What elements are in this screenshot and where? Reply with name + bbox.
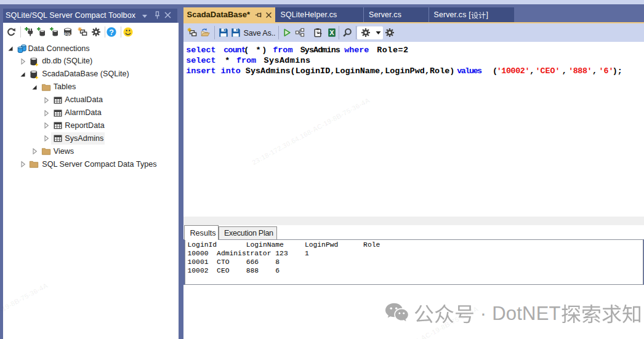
sql-token: 'CEO' [535, 66, 560, 76]
toolbar-separator [105, 26, 105, 38]
tab-server-cs-[interactable]: Server.cs [] [429, 7, 515, 22]
panel-below-results [183, 285, 644, 339]
results-splitter-strip[interactable] [183, 217, 644, 225]
tree-item-label: AlarmData [65, 108, 102, 117]
grid-cell: 6 [275, 266, 280, 275]
options-icon[interactable] [385, 28, 395, 38]
svg-text:X: X [329, 29, 334, 36]
tree-item-sql-server-compact-data-types[interactable]: SQL Server Compact Data Types [3, 158, 179, 171]
tree-item-sysadmins[interactable]: SysAdmins [3, 132, 179, 145]
new-query-icon[interactable] [187, 28, 197, 38]
sql-token: ); [613, 66, 622, 76]
add-database-icon[interactable] [36, 27, 46, 37]
expanded-arrow-icon[interactable] [31, 84, 38, 91]
sql-toolbar: Save As..X [183, 23, 644, 42]
sql-token: values [457, 66, 481, 76]
tree-item-tables[interactable]: Tables [3, 81, 179, 94]
sql-token: ( [244, 46, 249, 55]
collapsed-arrow-icon[interactable] [31, 148, 38, 155]
tree-item-reportdata[interactable]: ReportData [3, 119, 179, 132]
settings-icon[interactable] [91, 27, 101, 37]
sqlserver-database-icon[interactable]: SQL [63, 27, 73, 37]
sql-token: '10002' [497, 66, 529, 76]
new-window-icon[interactable] [78, 27, 87, 37]
sql-token: * [256, 46, 261, 55]
collapsed-arrow-icon[interactable] [19, 58, 26, 65]
tab-label: Server.cs [] [434, 10, 489, 20]
save-icon[interactable] [219, 28, 228, 38]
toolbar-separator [214, 26, 215, 39]
toolbar-separator [121, 26, 121, 38]
table-icon [53, 121, 63, 130]
tab-active[interactable]: ScadaDataBase* [183, 7, 275, 23]
sql-editor[interactable]: selectcount(*)fromSysAdminswhereRole=2se… [183, 42, 644, 217]
collapsed-arrow-icon[interactable] [42, 97, 50, 104]
tree-item-data-connections[interactable]: Data Connections [3, 42, 179, 55]
options-gear-icon[interactable] [361, 28, 371, 38]
toolbox-titlebar[interactable]: SQLite/SQL Server Compact Toolbox [3, 9, 177, 23]
chevron-down-icon[interactable] [376, 30, 381, 36]
toolbox-toolbar: SQL? [3, 24, 179, 40]
add-ce-database-icon[interactable] [49, 27, 59, 37]
refresh-icon[interactable] [6, 27, 16, 37]
document-tabstrip: ScadaDataBase*SQLiteHelper.csServer.csSe… [183, 4, 644, 22]
tab-execution-plan[interactable]: Execution Plan [219, 226, 277, 239]
feedback-smiley-icon[interactable] [123, 27, 133, 37]
add-connection-icon[interactable] [24, 27, 34, 37]
tab-server-cs[interactable]: Server.cs [363, 7, 429, 22]
results-output[interactable]: LoginIdLoginNameLoginPwdRole10000Adminis… [185, 239, 643, 285]
save-as-label[interactable]: Save As.. [244, 29, 276, 38]
search-icon[interactable] [342, 28, 352, 38]
export-excel-icon[interactable]: X [327, 28, 337, 38]
tree-item-db-db-sqlite-[interactable]: db.db (SQLite) [3, 55, 179, 68]
tab-separator [429, 7, 429, 22]
open-icon[interactable] [200, 28, 210, 38]
collapsed-arrow-icon[interactable] [42, 110, 50, 117]
grid-cell: 1 [305, 249, 309, 258]
toolbar-separator [20, 26, 21, 38]
sql-token: insert [186, 66, 215, 76]
execution-plan-icon[interactable] [295, 28, 305, 38]
sql-token: '6' [599, 66, 614, 76]
tab-sqlitehelper-cs[interactable]: SQLiteHelper.cs [275, 7, 363, 22]
tree-item-label: ScadaDataBase (SQLite) [42, 70, 129, 78]
window-menu-icon[interactable] [141, 12, 148, 20]
tab-label: Server.cs [369, 10, 401, 20]
toolbox-title: SQLite/SQL Server Compact Toolbox [6, 11, 135, 20]
pin-icon[interactable] [255, 12, 263, 19]
script-icon[interactable] [313, 28, 323, 38]
collapsed-arrow-icon[interactable] [19, 161, 26, 168]
tree-item-actualdata[interactable]: ActualData [3, 94, 179, 106]
database-icon [29, 57, 39, 66]
sql-token: , [529, 66, 534, 76]
tree-item-views[interactable]: Views [3, 145, 179, 158]
expanded-arrow-icon[interactable] [19, 71, 26, 78]
panel-splitter[interactable] [179, 4, 183, 339]
sql-token: , [562, 66, 567, 76]
toolbar-separator [278, 26, 279, 39]
execute-icon[interactable] [282, 28, 292, 38]
grid-cell: 888 [246, 266, 259, 275]
close-icon[interactable] [265, 12, 272, 18]
pin-icon[interactable] [153, 10, 161, 20]
tree-item-alarmdata[interactable]: AlarmData [3, 106, 179, 119]
tree-item-label: SysAdmins [65, 134, 103, 143]
tab-results[interactable]: Results [184, 225, 219, 240]
database-icon [29, 70, 39, 79]
table-icon [53, 134, 63, 143]
grid-cell: Role [363, 241, 380, 249]
save-as-icon[interactable] [231, 28, 241, 38]
expanded-arrow-icon[interactable] [7, 45, 14, 52]
sql-token: count [223, 46, 246, 55]
grid-cell: 8 [275, 258, 280, 266]
close-icon[interactable] [164, 11, 172, 19]
sql-token: ) [262, 46, 267, 55]
collapsed-arrow-icon[interactable] [42, 122, 50, 129]
tree-item-label: ReportData [65, 121, 104, 130]
tree-item-label: ActualData [65, 95, 103, 104]
tree-item-scadadatabase-sqlite-[interactable]: ScadaDataBase (SQLite) [3, 68, 179, 81]
sql-token: Role=2 [377, 46, 408, 55]
collapsed-arrow-icon[interactable] [42, 135, 50, 142]
help-icon[interactable]: ? [107, 27, 116, 37]
sql-token: select [186, 46, 215, 55]
